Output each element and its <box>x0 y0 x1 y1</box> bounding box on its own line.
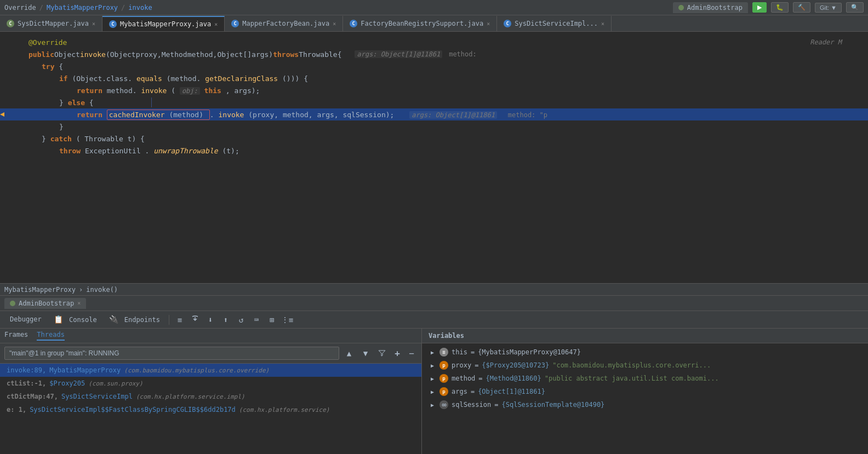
tab-close-sysdictmapper[interactable]: × <box>92 21 95 27</box>
var-value-args: {Object[1]@11861} <box>478 388 545 395</box>
tab-label-mybatismapperproxy: MybatisMapperProxy.java <box>120 20 211 28</box>
debug-btn[interactable]: 🐛 <box>771 2 789 13</box>
method-equals: equals <box>136 74 162 83</box>
var-sqlsession[interactable]: ▶ oo sqlSession = {SqlSessionTemplate@10… <box>422 398 868 411</box>
btn-step-over[interactable] <box>188 313 202 327</box>
git-button[interactable]: Git: ▼ <box>815 3 842 13</box>
btn-frames[interactable]: ≡ <box>173 313 187 327</box>
thread-dropdown[interactable]: "main"@1 in group "main": RUNNING <box>4 347 339 360</box>
tab-debugger[interactable]: Debugger <box>4 313 47 326</box>
code-line-2: public Object invoke ( Object proxy, Met… <box>0 48 868 60</box>
code-line-1: @Override Reader M <box>0 36 868 48</box>
kw-if: if <box>59 74 72 83</box>
tab-close-mapperfactorybean[interactable]: × <box>333 21 336 27</box>
frame-3[interactable]: e: 1, SysDictServiceImpl$$FastClassBySpr… <box>0 403 421 416</box>
debug-toolbar: Debugger 📋 Console 🔌 Endpoints ≡ ⬇ ⬆ ↺ ⌨… <box>0 311 868 329</box>
var-expand-sqlsession[interactable]: ▶ <box>429 401 436 409</box>
thread-add-btn[interactable]: + <box>392 348 403 359</box>
tab-icon-factorybeanregistry: C <box>350 20 357 27</box>
tab-close-mybatismapperproxy[interactable]: × <box>214 21 218 27</box>
search-button[interactable]: 🔍 <box>846 2 864 13</box>
tab-console-label: Console <box>69 316 97 324</box>
tab-threads[interactable]: Threads <box>37 331 65 341</box>
var-value-this: {MybatisMapperProxy@10647} <box>478 348 581 356</box>
code-line-6: } else { <box>0 96 868 108</box>
tab-console[interactable]: 📋 Console <box>48 313 102 327</box>
toolbar-right: AdminBootstrap ▶ 🐛 🔨 Git: ▼ 🔍 <box>673 2 864 13</box>
var-expand-this[interactable]: ▶ <box>429 348 436 356</box>
var-expand-method[interactable]: ▶ <box>429 375 436 382</box>
btn-step-into[interactable]: ⬇ <box>203 313 218 327</box>
breadcrumb-override: Override <box>4 4 36 12</box>
var-method[interactable]: ▶ p method = {Method@11860} "public abst… <box>422 372 868 385</box>
thread-sub-btn[interactable]: − <box>406 348 417 359</box>
frame-0-location: (com.baomidou.mybatisplus.core.override) <box>124 367 269 374</box>
var-this[interactable]: ▶ ≡ this = {MybatisMapperProxy@10647} <box>422 346 868 359</box>
tab-frames[interactable]: Frames <box>4 331 28 341</box>
btn-step-out[interactable]: ⬆ <box>219 313 233 327</box>
if-content: (Object.class. <box>72 74 132 83</box>
breadcrumb-sep: › <box>79 286 83 294</box>
btn-table[interactable]: ⊞ <box>265 313 279 327</box>
tab-mapperfactorybean[interactable]: C MapperFactoryBean.java × <box>225 16 343 31</box>
thread-filter-btn[interactable] <box>375 347 389 360</box>
tab-label-sysdictserviceimpl: SysDictServiceImpl... <box>515 20 598 27</box>
btn-run-cursor[interactable]: ↺ <box>234 313 248 327</box>
frame-1[interactable]: ctList:-1, $Proxy205 (com.sun.proxy) <box>0 377 421 390</box>
thread-select-area: "main"@1 in group "main": RUNNING ▲ ▼ + … <box>0 343 421 364</box>
threads-label: Threads <box>37 331 65 338</box>
breadcrumb-method[interactable]: invoke <box>128 4 152 12</box>
thread-down-btn[interactable]: ▼ <box>359 347 372 360</box>
debug-session-tab[interactable]: AdminBootstrap × <box>4 298 86 309</box>
frame-1-class: $Proxy205 <box>49 380 85 387</box>
tab-close-sysdictserviceimpl[interactable]: × <box>601 21 604 27</box>
btn-settings[interactable]: ⋮≡ <box>280 313 294 327</box>
btn-eval[interactable]: ⌨ <box>249 313 264 327</box>
variables-list: ▶ ≡ this = {MybatisMapperProxy@10647} ▶ … <box>422 343 868 454</box>
build-btn[interactable]: 🔨 <box>793 2 810 13</box>
kw-this: this <box>204 87 221 95</box>
catch-params: ( <box>76 135 81 143</box>
var-value-proxy-str: "com.baomidou.mybatisplus.core.overri... <box>552 361 711 369</box>
var-expand-proxy[interactable]: ▶ <box>429 361 436 369</box>
invoke-args-full: (proxy, method, args, sqlSession); <box>248 111 394 119</box>
var-icon-args: p <box>439 387 448 396</box>
var-name-proxy: proxy <box>452 361 471 369</box>
invoke-args-3: , args); <box>226 87 260 95</box>
frame-3-method: e: 1, <box>7 406 26 413</box>
var-name-sqlsession: sqlSession <box>452 401 491 409</box>
close-brace-1: } <box>59 99 68 107</box>
method-ref-1: method. <box>107 87 137 95</box>
debug-session-name: AdminBootstrap <box>19 300 74 307</box>
breadcrumb-class[interactable]: MybatisMapperProxy <box>47 4 118 12</box>
var-proxy[interactable]: ▶ p proxy = {$Proxy205@10723} "com.baomi… <box>422 359 868 372</box>
toolbar-sep-1 <box>169 315 169 325</box>
session-name: AdminBootstrap <box>687 4 743 12</box>
kw-throws: throws <box>273 50 299 59</box>
tab-factorybeanregistry[interactable]: C FactoryBeanRegistrySupport.java × <box>343 16 497 31</box>
tab-mybatismapperproxy[interactable]: C MybatisMapperProxy.java × <box>102 16 225 31</box>
tab-sysdictserviceimpl[interactable]: C SysDictServiceImpl... × <box>497 16 612 31</box>
run-button[interactable]: ▶ <box>752 2 767 13</box>
unwrap-args: (t); <box>222 147 239 155</box>
frame-0-method: invoke:89, <box>7 366 46 374</box>
tab-sysdictmapper[interactable]: C SysDictMapper.java × <box>0 16 102 31</box>
var-eq-sqlsession: = <box>494 401 498 409</box>
frame-0[interactable]: invoke:89, MybatisMapperProxy (com.baomi… <box>0 364 421 377</box>
frame-2[interactable]: ctDictMap:47, SysDictServiceImpl (com.hx… <box>0 390 421 403</box>
method-invoke: invoke <box>80 50 106 59</box>
variables-header: Variables <box>422 329 868 343</box>
thread-up-btn[interactable]: ▲ <box>342 347 356 360</box>
tab-icon-mybatismapperproxy: C <box>109 20 117 28</box>
code-editor[interactable]: @Override Reader M public Object invoke … <box>0 32 868 283</box>
debug-session-close[interactable]: × <box>77 300 81 306</box>
catch-var: t) { <box>128 135 145 143</box>
tab-close-factorybeanregistry[interactable]: × <box>487 21 490 27</box>
var-expand-args[interactable]: ▶ <box>429 388 436 395</box>
var-args[interactable]: ▶ p args = {Object[1]@11861} <box>422 385 868 398</box>
variables-panel: Variables ▶ ≡ this = {MybatisMapperProxy… <box>422 329 868 454</box>
var-eq-args: = <box>471 388 475 395</box>
tab-endpoints[interactable]: 🔌 Endpoints <box>104 313 165 327</box>
type-throwable-2: Throwable <box>84 135 123 143</box>
invoke-args-1: ( <box>171 87 180 95</box>
